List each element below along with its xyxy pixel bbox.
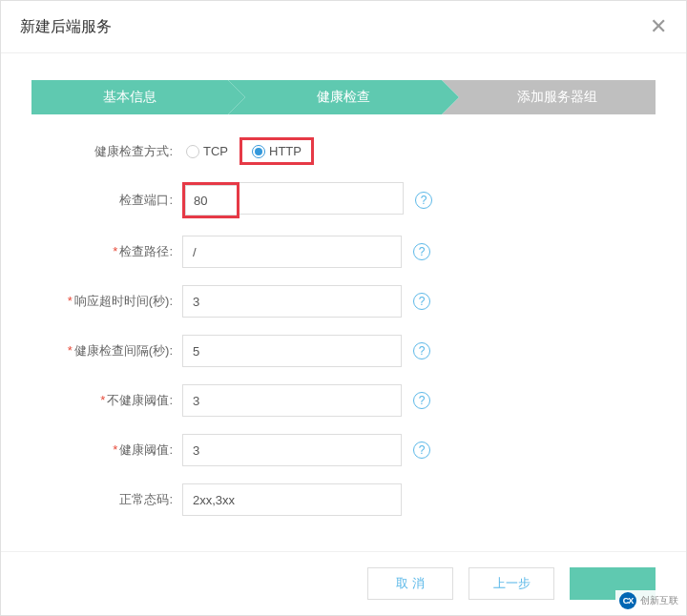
input-check-interval[interactable] <box>182 335 402 367</box>
input-wrap: ? <box>182 285 430 318</box>
row-check-path: 检查路径: ? <box>58 236 629 268</box>
modal-dialog: 新建后端服务 ✕ 基本信息 健康检查 添加服务器组 健康检查方式: TCP <box>0 0 687 616</box>
step-basic-info[interactable]: 基本信息 <box>31 80 228 114</box>
input-wrap: ? <box>182 236 430 268</box>
label-check-method: 健康检查方式: <box>58 143 182 160</box>
input-response-timeout[interactable] <box>182 285 402 318</box>
step-label: 基本信息 <box>103 89 156 106</box>
modal-footer: 取 消 上一步 <box>1 551 686 615</box>
radio-label: HTTP <box>269 144 302 158</box>
row-status-code: 正常态码: <box>58 483 629 516</box>
radio-http[interactable]: HTTP <box>248 142 305 160</box>
input-check-port[interactable] <box>185 185 237 216</box>
row-unhealthy-threshold: 不健康阈值: ? <box>58 384 629 417</box>
row-check-port: 检查端口: ? <box>58 182 629 218</box>
watermark: CX 创新互联 <box>615 590 682 611</box>
input-wrap: ? <box>182 335 430 367</box>
row-response-timeout: 响应超时时间(秒): ? <box>58 285 629 318</box>
radio-label: TCP <box>203 144 228 158</box>
input-healthy-threshold[interactable] <box>182 434 402 466</box>
input-unhealthy-threshold[interactable] <box>182 384 402 417</box>
radio-icon-checked <box>252 145 265 158</box>
input-status-code[interactable] <box>182 483 402 516</box>
close-button[interactable]: ✕ <box>650 16 667 37</box>
label-unhealthy-threshold: 不健康阈值: <box>58 392 182 409</box>
close-icon: ✕ <box>650 14 667 38</box>
row-check-method: 健康检查方式: TCP HTTP <box>58 137 629 165</box>
label-check-port: 检查端口: <box>58 192 182 209</box>
form: 健康检查方式: TCP HTTP 检查端口: <box>1 137 686 516</box>
watermark-logo-icon: CX <box>619 592 636 609</box>
label-healthy-threshold: 健康阈值: <box>58 441 182 459</box>
step-label: 添加服务器组 <box>517 89 597 106</box>
modal-header: 新建后端服务 ✕ <box>1 1 686 53</box>
label-status-code: 正常态码: <box>58 491 182 508</box>
radio-group-method: TCP HTTP <box>182 137 314 165</box>
help-icon[interactable]: ? <box>413 441 430 459</box>
step-label: 健康检查 <box>317 89 370 106</box>
help-icon[interactable]: ? <box>413 243 430 260</box>
help-icon[interactable]: ? <box>413 342 430 359</box>
modal-title: 新建后端服务 <box>20 17 112 37</box>
input-check-path[interactable] <box>182 236 402 268</box>
input-wrap: ? <box>182 384 430 417</box>
label-check-path: 检查路径: <box>58 243 182 260</box>
help-icon[interactable]: ? <box>415 192 432 209</box>
row-healthy-threshold: 健康阈值: ? <box>58 434 629 466</box>
prev-button[interactable]: 上一步 <box>468 567 554 600</box>
radio-icon <box>186 145 199 158</box>
input-extend <box>239 182 404 215</box>
step-health-check[interactable]: 健康检查 <box>228 80 442 114</box>
cancel-button[interactable]: 取 消 <box>367 567 453 600</box>
row-check-interval: 健康检查间隔(秒): ? <box>58 335 629 367</box>
radio-tcp[interactable]: TCP <box>182 142 232 160</box>
steps-nav: 基本信息 健康检查 添加服务器组 <box>31 80 656 114</box>
input-wrap: ? <box>182 182 432 218</box>
step-add-server-group[interactable]: 添加服务器组 <box>442 80 656 114</box>
input-wrap <box>182 483 402 516</box>
label-check-interval: 健康检查间隔(秒): <box>58 342 182 359</box>
help-icon[interactable]: ? <box>413 293 430 310</box>
help-icon[interactable]: ? <box>413 392 430 409</box>
input-wrap: ? <box>182 434 430 466</box>
highlight-port <box>182 182 239 218</box>
label-response-timeout: 响应超时时间(秒): <box>58 293 182 310</box>
highlight-http: HTTP <box>239 137 314 165</box>
watermark-text: 创新互联 <box>640 594 678 607</box>
